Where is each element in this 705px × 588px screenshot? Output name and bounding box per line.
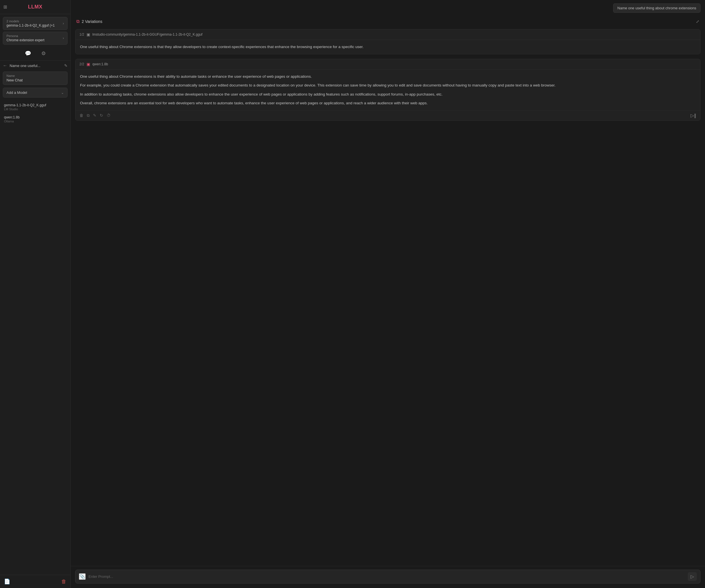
edit-chat-button[interactable]: ✎ xyxy=(64,63,67,68)
sidebar: ⊞ LLMX 2 models gemma-1.1-2b-it-Q2_K.ggu… xyxy=(0,0,71,588)
model-icon-1: ▣ xyxy=(87,32,90,37)
response-index-2: 2/2 xyxy=(80,62,84,66)
play-pause-button[interactable]: ▷‖ xyxy=(691,113,696,118)
chevron-right-icon: › xyxy=(63,36,64,40)
chat-history-button[interactable]: 💬 xyxy=(22,49,33,58)
attach-button[interactable]: 📎 xyxy=(79,573,86,580)
refresh-icon: ↻ xyxy=(100,113,103,118)
regenerate-button[interactable]: ↻ xyxy=(100,113,103,118)
response-paragraph: One useful thing about Chrome extensions… xyxy=(80,44,696,50)
action-icons-right: ▷‖ xyxy=(691,113,696,118)
response-model-name-2: qwen:1.8b xyxy=(92,62,108,66)
copy-button[interactable]: ⧉ xyxy=(87,113,90,118)
prompt-input[interactable] xyxy=(89,575,685,579)
model-icon-2: ▣ xyxy=(87,62,90,66)
variations-header: ⧉ 2 Variations ⤢ xyxy=(75,16,701,27)
model-selector[interactable]: 2 models gemma-1.1-2b-it-Q2_K.gguf (+1 › xyxy=(3,17,67,30)
chat-nav-title: Name one useful... xyxy=(10,63,62,68)
models-count-label: 2 models xyxy=(6,19,55,23)
model-source: LM Studio xyxy=(4,107,66,111)
clock-icon: ⏱ xyxy=(106,113,110,118)
model-name: gemma-1.1-2b-it-Q2_K.gguf xyxy=(4,103,66,107)
response-model-name-1: lmstudio-community/gemma-1.1-2b-it-GGUF/… xyxy=(92,33,202,37)
sidebar-header: ⊞ LLMX xyxy=(0,0,70,14)
back-button[interactable]: ← xyxy=(3,63,7,68)
expand-variations-button[interactable]: ⤢ xyxy=(696,19,699,24)
list-item[interactable]: gemma-1.1-2b-it-Q2_K.gguf LM Studio xyxy=(3,101,67,113)
name-field-label: Name xyxy=(6,74,64,78)
main-content: Name one useful thing about chrome exten… xyxy=(71,0,705,588)
variations-left: ⧉ 2 Variations xyxy=(76,19,102,24)
variations-icon: ⧉ xyxy=(76,19,80,24)
persona-selector[interactable]: Persona Chrome extension expert › xyxy=(3,32,67,45)
persona-value: Chrome extension expert xyxy=(6,38,44,42)
sidebar-footer: 📄 🗑 xyxy=(0,575,70,588)
sidebar-icons-row: 💬 ⚙ xyxy=(0,46,70,61)
app-title: LLMX xyxy=(28,4,42,10)
response-card-2: 2/2 ▣ qwen:1.8b One useful thing about C… xyxy=(75,59,701,121)
trash-icon: 🗑 xyxy=(61,579,66,584)
settings-button[interactable]: ⚙ xyxy=(39,49,48,58)
expand-icon: ⤢ xyxy=(696,19,699,24)
response-paragraph: One useful thing about Chrome extensions… xyxy=(80,74,696,80)
name-field-value: New Chat xyxy=(6,78,64,82)
chat-name-field: Name New Chat xyxy=(3,72,67,85)
response-body-1: One useful thing about Chrome extensions… xyxy=(76,40,700,54)
info-button[interactable]: ⏱ xyxy=(106,113,110,118)
add-model-button[interactable]: Add a Model ⌄ xyxy=(3,88,67,97)
send-icon: ▷ xyxy=(691,574,694,579)
chevron-right-icon: › xyxy=(63,21,64,26)
response-actions-2: 🗑 ⧉ ✎ ↻ ⏱ ▷ xyxy=(76,110,700,121)
delete-button[interactable]: 🗑 xyxy=(61,579,66,585)
chat-bubbles-icon: 💬 xyxy=(25,51,31,56)
input-area: 📎 ▷ xyxy=(71,566,705,588)
variations-label: 2 Variations xyxy=(82,19,102,24)
response-card-1: 1/2 ▣ lmstudio-community/gemma-1.1-2b-it… xyxy=(75,29,701,54)
chevron-down-icon: ⌄ xyxy=(61,91,64,95)
persona-label: Persona xyxy=(6,34,44,38)
new-file-button[interactable]: 📄 xyxy=(4,578,10,585)
send-button[interactable]: ▷ xyxy=(688,572,697,581)
add-model-label: Add a Model xyxy=(6,90,27,95)
models-selected-value: gemma-1.1-2b-it-Q2_K.gguf (+1 xyxy=(6,24,55,28)
copy-icon: ⧉ xyxy=(87,113,90,118)
play-pause-icon: ▷‖ xyxy=(691,113,696,118)
chat-navigation: ← Name one useful... ✎ xyxy=(0,61,70,71)
response-paragraph: In addition to automating tasks, chrome … xyxy=(80,91,696,97)
action-icons-left: 🗑 ⧉ ✎ ↻ ⏱ xyxy=(80,113,110,118)
response-card-1-header: 1/2 ▣ lmstudio-community/gemma-1.1-2b-it… xyxy=(76,30,700,40)
response-index-1: 1/2 xyxy=(80,33,84,37)
gear-icon: ⚙ xyxy=(41,51,46,56)
list-item[interactable]: qwen:1.8b Ollama xyxy=(3,113,67,125)
response-paragraph: Overall, chrome extensions are an essent… xyxy=(80,100,696,106)
grid-icon: ⊞ xyxy=(3,4,7,10)
file-icon: 📄 xyxy=(4,579,10,584)
response-body-2: One useful thing about Chrome extensions… xyxy=(76,70,700,110)
model-name: qwen:1.8b xyxy=(4,115,66,119)
response-paragraph: For example, you could create a Chrome e… xyxy=(80,82,696,88)
delete-response-button[interactable]: 🗑 xyxy=(80,113,83,118)
edit-response-button[interactable]: ✎ xyxy=(93,113,96,118)
prompt-badge: Name one useful thing about chrome exten… xyxy=(613,3,701,13)
paperclip-icon: 📎 xyxy=(80,574,85,579)
edit-icon: ✎ xyxy=(93,113,96,118)
chat-area: ⧉ 2 Variations ⤢ 1/2 ▣ lmstudio-communit… xyxy=(71,16,705,566)
response-card-2-header: 2/2 ▣ qwen:1.8b xyxy=(76,59,700,70)
model-source: Ollama xyxy=(4,120,66,123)
input-box: 📎 ▷ xyxy=(75,570,701,584)
main-top-bar: Name one useful thing about chrome exten… xyxy=(71,0,705,16)
trash-icon: 🗑 xyxy=(80,113,83,118)
model-list: gemma-1.1-2b-it-Q2_K.gguf LM Studio qwen… xyxy=(0,100,70,575)
